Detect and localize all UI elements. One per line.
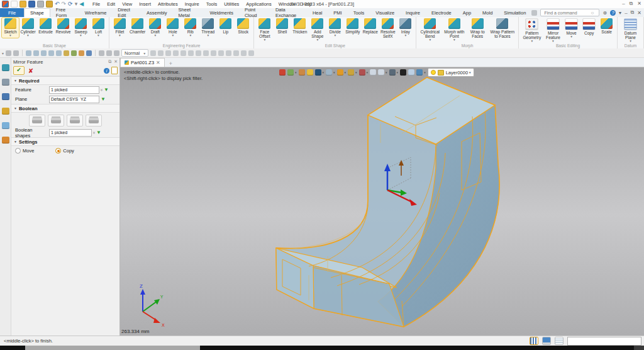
resolve-selfx-button[interactable]: Resolve SelfX [379, 18, 396, 38]
open-folder-icon[interactable] [19, 1, 26, 8]
settings-section-header[interactable]: ▼ Settings [11, 137, 119, 146]
quickbar-icon[interactable] [79, 50, 84, 56]
toolbar-caret-icon[interactable]: ▾ [2, 51, 4, 55]
assembly-manager-tab-icon[interactable] [2, 93, 9, 100]
chevron-expand-icon[interactable]: » [92, 132, 96, 133]
find-command-box[interactable]: ○ [540, 9, 599, 16]
caret-down-icon[interactable]: ▾ [154, 34, 156, 38]
ribbon-tab-pmi[interactable]: PMI [328, 8, 347, 17]
pick-arrow-icon[interactable]: ▼ [96, 130, 101, 135]
caret-down-icon[interactable]: ▾ [404, 34, 406, 38]
caret-down-icon[interactable]: ▾ [334, 34, 336, 38]
style-combo[interactable]: Normal▾ [121, 49, 148, 57]
wrap-pattern-to-faces-button[interactable]: Wrap Pattern to Faces [489, 18, 516, 38]
ribbon-tab-data-exchange[interactable]: Data Exchange [270, 8, 307, 17]
ribbon-tab-wireframe[interactable]: Wireframe [79, 8, 113, 17]
quickbar-icon[interactable] [13, 50, 19, 56]
boolean-shapes-input[interactable] [49, 129, 92, 137]
quickbar-icon[interactable] [233, 50, 239, 56]
quickbar-icon[interactable] [165, 50, 171, 56]
menu-view[interactable]: View [122, 1, 132, 7]
caret-down-icon[interactable]: ▾ [80, 34, 82, 38]
ribbon-tab-sheet-metal[interactable]: Sheet Metal [173, 8, 204, 17]
caret-down-icon[interactable]: ▾ [97, 34, 99, 38]
pick-arrow-icon[interactable]: ▼ [104, 87, 109, 93]
quickbar-icon[interactable] [226, 50, 231, 56]
quickbar-icon[interactable] [6, 50, 11, 56]
loft-button[interactable]: Loft▾ [90, 18, 107, 38]
minimize-button[interactable]: – [622, 1, 625, 7]
menu-window[interactable]: Window [279, 1, 296, 7]
menu-help[interactable]: Help [302, 1, 311, 7]
divide-button[interactable]: Divide▾ [326, 18, 343, 38]
caret-down-icon[interactable]: ▾ [316, 38, 318, 42]
graphics-viewport[interactable]: <middle-click> to continue. <Shift-right… [120, 67, 644, 336]
quickbar-icon[interactable] [33, 50, 39, 56]
plane-input[interactable] [49, 96, 99, 103]
ribbon-tab-electrode[interactable]: Electrode [426, 8, 457, 17]
wrap-to-faces-button[interactable]: Wrap to Faces [467, 18, 487, 38]
ribbon-tab-file[interactable]: File [0, 8, 24, 17]
lip-button[interactable]: Lip [217, 18, 234, 34]
move-button[interactable]: Move▾ [563, 18, 580, 39]
quickbar-icon[interactable] [56, 50, 62, 56]
caret-down-icon[interactable]: ▾ [630, 40, 631, 43]
quickbar-icon[interactable] [41, 50, 47, 56]
doc-close-button[interactable]: ✕ [637, 10, 641, 16]
quickbar-icon[interactable] [150, 50, 156, 56]
quickbar-icon[interactable] [218, 50, 224, 56]
settings-gear-icon[interactable]: ⊕ [602, 10, 607, 16]
quickbar-icon[interactable] [158, 50, 164, 56]
sketch-button[interactable]: Sketch▾ [2, 18, 19, 38]
fillet-button[interactable]: Fillet▾ [111, 18, 128, 38]
thread-button[interactable]: Thread▾ [199, 18, 216, 38]
quickbar-icon[interactable] [114, 50, 119, 56]
save-icon[interactable] [28, 1, 35, 8]
caret-down-icon[interactable]: ▾ [570, 35, 572, 39]
pattern-geometry-button[interactable]: Pattern Geometry▾ [521, 18, 543, 43]
ribbon-tab-mold[interactable]: Mold [477, 8, 498, 17]
tab-close-icon[interactable]: ✕ [156, 60, 160, 65]
face-offset-button[interactable]: Face Offset▾ [256, 18, 273, 42]
caret-down-icon[interactable]: ▾ [552, 40, 554, 43]
cylinder-button[interactable]: Cylinder▾ [19, 18, 36, 38]
play-icon[interactable]: ◀ [79, 1, 84, 7]
redo-icon[interactable]: ↷ [62, 1, 67, 7]
quickbar-icon[interactable] [64, 50, 69, 56]
app-logo-icon[interactable] [2, 1, 9, 8]
ribbon-tab-weldments[interactable]: Weldments [204, 8, 239, 17]
quickbar-icon[interactable] [188, 50, 194, 56]
menu-utilities[interactable]: Utilities [224, 1, 239, 7]
shell-button[interactable]: Shell [274, 18, 291, 34]
quickbar-icon[interactable] [241, 50, 247, 56]
quickbar-icon[interactable] [248, 50, 254, 56]
draft-button[interactable]: Draft▾ [147, 18, 164, 38]
info-icon[interactable]: i [104, 68, 109, 74]
quickbar-icon[interactable] [86, 50, 92, 56]
history-manager-tab-icon[interactable] [2, 79, 9, 86]
morph-with-point-button[interactable]: Morph with Point▾ [442, 18, 466, 42]
close-button[interactable]: ✕ [637, 1, 641, 7]
menu-inquire[interactable]: Inquire [185, 1, 199, 7]
quickbar-icon[interactable] [203, 50, 209, 56]
ok-button[interactable]: ✔ [13, 66, 25, 75]
ribbon-tab-heal[interactable]: Heal [307, 8, 328, 17]
quickbar-icon[interactable] [71, 50, 77, 56]
caret-down-icon[interactable]: ▾ [119, 34, 121, 38]
inlay-button[interactable]: Inlay▾ [397, 18, 414, 38]
quickbar-icon[interactable] [26, 50, 31, 56]
new-tab-button[interactable]: + [165, 60, 177, 67]
menu-file[interactable]: File [92, 1, 100, 7]
ribbon-tab-assembly[interactable]: Assembly [141, 8, 173, 17]
undo-icon[interactable]: ↶ [55, 1, 60, 7]
qat-caret-icon[interactable]: ▾ [75, 1, 78, 7]
hole-button[interactable]: Hole▾ [164, 18, 181, 38]
datum-plane-button[interactable]: Datum Plane▾ [619, 18, 641, 43]
reuse-library-tab-icon[interactable] [2, 108, 9, 115]
status-input-field[interactable] [567, 337, 641, 346]
caret-down-icon[interactable]: ▾ [27, 34, 29, 38]
quickbar-icon[interactable] [99, 50, 104, 56]
extrude-button[interactable]: Extrude [37, 18, 54, 34]
simplify-button[interactable]: Simplify [344, 18, 361, 34]
menu-attributes[interactable]: Attributes [158, 1, 178, 7]
